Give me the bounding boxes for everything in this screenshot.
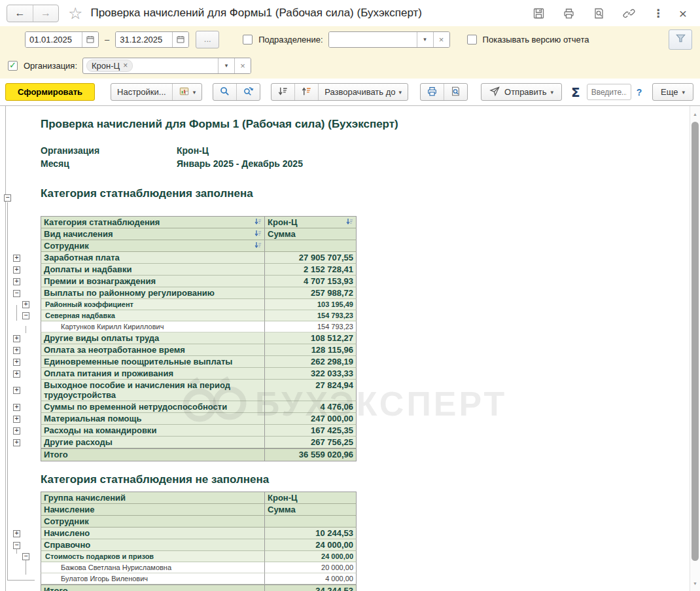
row-expander[interactable]: + [13,387,20,394]
generate-button[interactable]: Сформировать [5,83,95,101]
table-row: + Суммы по временной нетрудоспособности … [5,401,357,413]
row-label: Премии и вознаграждения [44,276,156,286]
funnel-icon [675,33,686,46]
sort-icon[interactable] [254,229,262,239]
row-expander[interactable]: − [13,542,20,549]
organization-checkbox[interactable]: ✓ [8,61,18,71]
expand-all-button[interactable] [271,84,294,100]
column-header[interactable]: Крон-Ц [264,492,357,504]
row-expander[interactable]: + [13,427,20,435]
filter-settings-button[interactable] [669,29,692,50]
clear-icon[interactable]: × [234,58,251,73]
column-header[interactable]: Вид начисления [41,228,264,240]
clear-icon[interactable]: × [433,32,449,47]
calendar-icon[interactable] [172,32,188,47]
column-header[interactable] [264,516,357,528]
forward-button[interactable]: → [33,5,58,22]
department-input[interactable] [329,32,417,47]
print-icon[interactable] [563,7,575,20]
row-expander[interactable]: + [13,266,20,274]
column-header[interactable]: Начисление [41,504,264,516]
row-expander[interactable]: + [13,335,20,342]
search-next-button[interactable] [236,84,260,100]
row-expander[interactable]: − [13,290,20,297]
period-from-input[interactable] [26,32,82,47]
sort-icon[interactable] [346,217,353,227]
scrollbar-thumb[interactable] [691,122,699,561]
row-label: Суммы по временной нетрудоспособности [44,402,227,412]
row-expander[interactable]: + [13,359,20,366]
favorite-star-icon[interactable]: ☆ [68,5,82,22]
link-icon[interactable] [623,7,635,20]
row-value: 262 298,19 [264,356,357,368]
vertical-scrollbar[interactable]: ▲ ▼ [690,106,700,591]
table-row: + Единовременные поощрительные выплаты 2… [5,356,357,368]
sort-icon[interactable] [254,217,262,227]
chevron-down-icon[interactable]: ▾ [417,32,433,47]
column-header[interactable]: Сотрудник [41,516,264,528]
sum-button[interactable]: Σ [571,84,580,100]
row-value: 257 988,72 [264,287,357,299]
row-expander[interactable]: + [13,530,20,537]
department-checkbox[interactable] [243,35,253,45]
more-options-icon[interactable]: ⋮ [653,7,664,20]
column-header[interactable] [264,240,357,252]
navigation-buttons: ← → [7,5,59,22]
period-more-button[interactable]: ... [196,31,219,48]
show-version-checkbox[interactable] [467,35,477,45]
period-dash: – [105,35,109,45]
send-button[interactable]: Отправить▾ [481,83,562,101]
column-header[interactable]: Сумма [264,504,357,516]
organization-combo[interactable]: Крон-Ц× ▾ × [82,58,251,74]
month-value: Январь 2025 - Декабрь 2025 [177,157,307,170]
table-row: + Заработная плата 27 905 707,55 [5,252,357,264]
more-button[interactable]: Еще▾ [652,83,693,101]
calendar-icon[interactable] [82,32,98,47]
column-header[interactable]: Группа начислений [41,492,264,504]
filter-bar: – ... Подразделение: ▾ × Показывать верс… [0,26,700,79]
row-expander[interactable]: + [13,416,20,423]
print-button[interactable] [421,84,444,100]
report-variants-icon [179,86,190,99]
save-icon[interactable] [533,7,545,20]
quick-sum-input[interactable] [587,84,631,100]
preview-icon[interactable] [593,7,605,20]
print-preview-button[interactable] [444,84,467,100]
search-button[interactable] [213,84,236,100]
row-value: 4 707 153,93 [264,276,357,287]
row-expander[interactable]: + [13,370,20,378]
row-value: 24 000,00 [264,551,357,562]
scroll-up-icon[interactable]: ▲ [690,109,700,119]
row-expander[interactable]: + [13,404,20,411]
row-expander[interactable]: + [13,347,20,354]
organization-tag[interactable]: Крон-Ц× [86,60,133,72]
row-expander[interactable]: + [13,255,20,262]
column-header[interactable]: Сотрудник [41,240,264,252]
row-expander[interactable]: + [13,439,20,446]
report-title: Проверка начислений для Формы 1 (Рабочая… [41,118,690,131]
row-expander[interactable]: + [13,278,20,285]
column-header[interactable]: Крон-Ц [264,216,357,228]
back-button[interactable]: ← [7,5,33,22]
collapse-all-button[interactable] [294,84,318,100]
expand-to-button[interactable]: Разворачивать до▾ [318,84,408,100]
remove-tag-icon[interactable]: × [123,61,128,70]
column-header[interactable]: Сумма [264,228,357,240]
settings-button[interactable]: Настройки... [111,84,172,100]
scroll-down-icon[interactable]: ▼ [690,578,700,588]
column-header[interactable]: Категория статнаблюдения [41,216,264,228]
sort-icon[interactable] [254,241,262,251]
close-icon[interactable]: × [679,7,687,20]
section-group-expander[interactable]: − [4,194,11,202]
row-expander[interactable]: + [22,301,29,308]
row-expander[interactable]: − [22,553,29,560]
help-button[interactable]: ? [637,87,642,98]
period-to-input[interactable] [116,32,172,47]
row-expander[interactable]: − [22,312,29,319]
report-variants-button[interactable]: ▾ [172,84,202,100]
chevron-down-icon[interactable]: ▾ [218,58,234,73]
row-label: Другие расходы [44,437,113,447]
row-label: Справочно [44,540,90,550]
report-month-row: Месяц Январь 2025 - Декабрь 2025 [41,157,690,170]
search-icon [219,86,230,99]
